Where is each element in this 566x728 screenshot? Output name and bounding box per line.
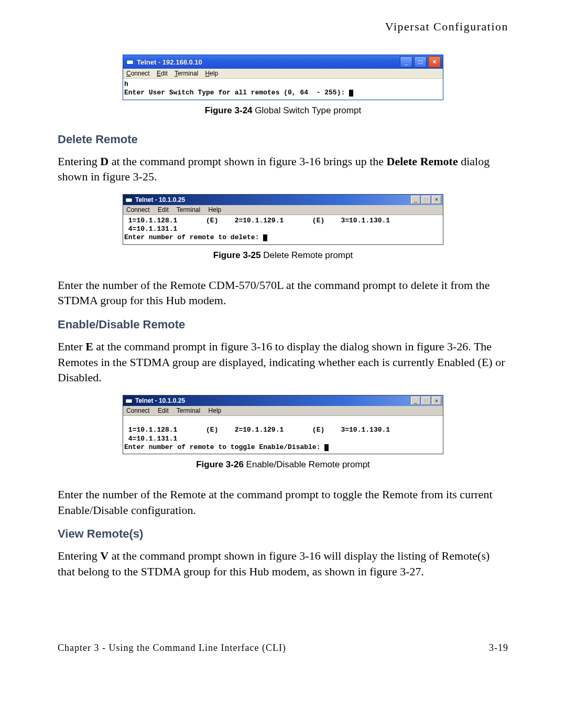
svg-rect-3 (126, 197, 132, 199)
delete-remote-after-text: Enter the number of the Remote CDM-570/5… (58, 277, 508, 308)
minimize-button[interactable]: _ (411, 397, 420, 405)
section-delete-remote-title: Delete Remote (58, 133, 508, 146)
window-title: Telnet - 192.168.0.10 (137, 58, 202, 66)
menubar[interactable]: Connect Edit Terminal Help (123, 406, 443, 416)
telnet-window-fig25: Telnet - 10.1.0.25 _ □ × Connect Edit Te… (123, 194, 443, 245)
maximize-button[interactable]: □ (414, 56, 427, 68)
footer-left: Chapter 3 - Using the Command Line Inter… (58, 643, 286, 654)
section-enable-remote-title: Enable/Disable Remote (58, 318, 508, 331)
app-icon (125, 397, 133, 404)
enable-remote-after-text: Enter the number of the Remote at the co… (58, 487, 508, 518)
menu-edit[interactable]: Edit (158, 407, 169, 414)
enable-remote-paragraph: Enter E at the command prompt in figure … (58, 339, 508, 386)
telnet-window-fig24: Telnet - 192.168.0.10 _ □ × CConnectonne… (123, 55, 443, 100)
delete-remote-paragraph: Entering D at the command prompt shown i… (58, 154, 508, 185)
menu-connect[interactable]: Connect (126, 407, 150, 414)
menu-connect[interactable]: CConnectonnect (126, 70, 150, 77)
close-button[interactable]: × (432, 397, 441, 405)
page-header: Vipersat Configuration (58, 20, 508, 34)
app-icon (126, 58, 134, 66)
cursor-icon (349, 90, 353, 97)
window-title: Telnet - 10.1.0.25 (135, 397, 185, 404)
view-remotes-paragraph: Entering V at the command prompt shown i… (58, 548, 508, 579)
menu-help[interactable]: Help (205, 70, 219, 77)
cursor-icon (263, 234, 267, 241)
page-footer: Chapter 3 - Using the Command Line Inter… (58, 643, 508, 654)
figure-caption-3-25: Figure 3-25 Delete Remote prompt (58, 250, 508, 261)
close-button[interactable]: × (432, 196, 441, 204)
menu-terminal[interactable]: Terminal (177, 407, 200, 414)
footer-right: 3-19 (489, 643, 508, 654)
menubar[interactable]: CConnectonnect Edit Terminal Help (123, 69, 443, 79)
menu-help[interactable]: Help (209, 407, 222, 414)
titlebar: Telnet - 10.1.0.25 _ □ × (123, 395, 443, 406)
svg-rect-1 (127, 59, 133, 61)
menu-help[interactable]: Help (209, 206, 222, 213)
telnet-window-fig26: Telnet - 10.1.0.25 _ □ × Connect Edit Te… (123, 395, 443, 454)
terminal-output: h Enter User Switch Type for all remotes… (123, 79, 443, 100)
menu-edit[interactable]: Edit (157, 70, 168, 77)
menu-terminal[interactable]: Terminal (177, 206, 200, 213)
cursor-icon (324, 444, 329, 451)
menu-terminal[interactable]: Terminal (175, 70, 198, 77)
app-icon (125, 196, 133, 204)
section-view-remotes-title: View Remote(s) (58, 527, 508, 541)
titlebar: Telnet - 10.1.0.25 _ □ × (123, 195, 443, 205)
close-button[interactable]: × (428, 56, 441, 68)
terminal-output: 1=10.1.128.1 (E) 2=10.1.129.1 (E) 3=10.1… (123, 215, 443, 244)
menu-edit[interactable]: Edit (158, 206, 169, 213)
terminal-output: 1=10.1.128.1 (E) 2=10.1.129.1 (E) 3=10.1… (123, 416, 443, 454)
minimize-button[interactable]: _ (400, 56, 412, 68)
figure-caption-3-24: Figure 3-24 Global Switch Type prompt (58, 105, 508, 116)
maximize-button[interactable]: □ (421, 397, 431, 405)
menubar[interactable]: Connect Edit Terminal Help (123, 205, 443, 215)
window-title: Telnet - 10.1.0.25 (135, 196, 185, 204)
minimize-button[interactable]: _ (411, 196, 420, 204)
figure-caption-3-26: Figure 3-26 Enable/Disable Remote prompt (58, 459, 508, 470)
maximize-button[interactable]: □ (421, 196, 431, 204)
menu-connect[interactable]: Connect (126, 206, 150, 213)
titlebar: Telnet - 192.168.0.10 _ □ × (123, 55, 443, 69)
svg-rect-5 (126, 398, 132, 400)
